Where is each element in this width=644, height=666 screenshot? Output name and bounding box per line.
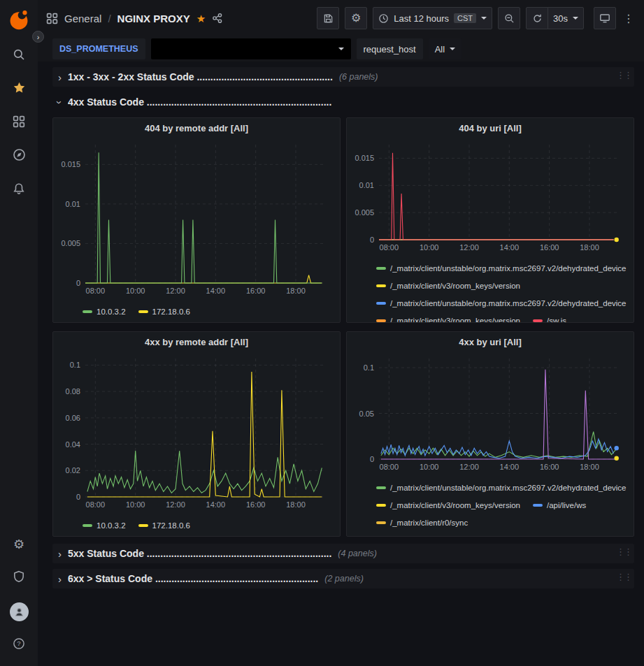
svg-text:0.02: 0.02 bbox=[66, 466, 80, 475]
svg-text:12:00: 12:00 bbox=[459, 463, 479, 471]
svg-text:0.1: 0.1 bbox=[70, 361, 80, 369]
request-host-variable-select[interactable]: All bbox=[429, 38, 461, 59]
legend-swatch-icon bbox=[83, 524, 92, 527]
svg-text:0: 0 bbox=[76, 279, 80, 287]
dashboard-canvas: › 1xx - 3xx - 2xx Status Code ..........… bbox=[38, 61, 644, 666]
more-options-button[interactable]: ⋮ bbox=[622, 7, 636, 29]
legend-row: /_matrix/client/v3/room_keys/version/api… bbox=[376, 496, 631, 514]
legend-row: 10.0.3.2172.18.0.6 bbox=[83, 516, 337, 534]
row-header-6xx[interactable]: › 6xx > Status Code ....................… bbox=[52, 569, 634, 588]
sidebar-item-profile[interactable] bbox=[0, 595, 38, 628]
grafana-logo[interactable] bbox=[0, 0, 38, 39]
panel-title[interactable]: 4xx by remote addr [All] bbox=[53, 332, 340, 352]
sidebar-item-alerting[interactable] bbox=[0, 173, 38, 207]
zoom-out-button[interactable] bbox=[498, 7, 520, 29]
svg-text:0.04: 0.04 bbox=[66, 440, 80, 449]
legend-item[interactable]: 10.0.3.2 bbox=[83, 307, 126, 316]
sidebar-item-server-admin[interactable] bbox=[0, 561, 38, 595]
svg-text:0.015: 0.015 bbox=[355, 154, 374, 162]
refresh-interval-label: 30s bbox=[553, 13, 568, 24]
row-title: 4xx Status Code ........................… bbox=[68, 96, 331, 108]
refresh-button[interactable] bbox=[526, 7, 548, 29]
row-title: 1xx - 3xx - 2xx Status Code ............… bbox=[68, 71, 333, 82]
help-icon: ? bbox=[13, 637, 25, 653]
gear-icon: ⚙ bbox=[13, 538, 24, 551]
svg-text:16:00: 16:00 bbox=[540, 243, 559, 252]
legend-item[interactable]: /_matrix/client/unstable/org.matrix.msc2… bbox=[376, 264, 627, 273]
dashboard-settings-button[interactable]: ⚙ bbox=[345, 7, 367, 29]
sidebar-item-explore[interactable] bbox=[0, 140, 38, 173]
sidebar-item-configuration[interactable]: ⚙ bbox=[0, 528, 38, 561]
sidebar-item-dashboards[interactable] bbox=[0, 106, 38, 140]
svg-text:12:00: 12:00 bbox=[166, 287, 185, 295]
svg-text:10:00: 10:00 bbox=[126, 287, 145, 295]
row-header-1xx-3xx-2xx[interactable]: › 1xx - 3xx - 2xx Status Code ..........… bbox=[52, 67, 634, 87]
legend-row: /_matrix/client/v3/room_keys/version bbox=[376, 277, 631, 294]
favorite-star-icon[interactable]: ★ bbox=[196, 13, 206, 24]
chart-canvas[interactable]: 00.0050.010.01508:0010:0012:0014:0016:00… bbox=[348, 138, 634, 258]
time-range-picker[interactable]: Last 12 hours CST bbox=[373, 7, 492, 29]
chevron-down-icon bbox=[450, 48, 455, 50]
sidebar-expand-button[interactable]: › bbox=[32, 31, 44, 43]
legend-item[interactable]: 172.18.0.6 bbox=[138, 521, 190, 530]
dashboard-title[interactable]: NGINX PROXY bbox=[117, 13, 190, 24]
sidebar-item-help[interactable]: ? bbox=[0, 628, 38, 662]
svg-text:0: 0 bbox=[370, 236, 374, 244]
legend-item[interactable]: 10.0.3.2 bbox=[83, 521, 126, 530]
panel-grid: 404 by remote addr [All] 00.0050.010.015… bbox=[52, 117, 634, 537]
legend-label: /_matrix/client/unstable/org.matrix.msc2… bbox=[390, 299, 627, 307]
legend-row: 10.0.3.2172.18.0.6 bbox=[83, 303, 337, 320]
top-navbar: General / NGINX PROXY ★ ⚙ Last 12 hours bbox=[38, 0, 644, 36]
tv-mode-button[interactable] bbox=[594, 7, 616, 29]
sidebar-item-starred[interactable] bbox=[0, 73, 38, 106]
row-drag-handle-icon[interactable]: ⋮⋮ bbox=[616, 572, 631, 582]
sidebar-item-search[interactable] bbox=[0, 39, 38, 73]
legend-item[interactable]: /api/live/ws bbox=[533, 501, 586, 509]
svg-text:10:00: 10:00 bbox=[420, 463, 439, 471]
panel-legend: 10.0.3.2172.18.0.6 bbox=[53, 301, 340, 322]
panel-title[interactable]: 404 by remote addr [All] bbox=[53, 118, 340, 138]
legend-swatch-icon bbox=[533, 319, 543, 322]
svg-text:10:00: 10:00 bbox=[126, 500, 145, 509]
svg-text:08:00: 08:00 bbox=[86, 500, 106, 509]
share-icon[interactable] bbox=[212, 13, 223, 24]
legend-row: /_matrix/client/r0/sync bbox=[376, 514, 631, 531]
chart-canvas[interactable]: 00.0050.010.01508:0010:0012:0014:0016:00… bbox=[55, 138, 340, 301]
panel-404-by-uri: 404 by uri [All] 00.0050.010.01508:0010:… bbox=[346, 117, 634, 323]
apps-grid-icon bbox=[46, 13, 58, 24]
request-host-variable-label[interactable]: request_host bbox=[357, 38, 423, 59]
legend-item[interactable]: 172.18.0.6 bbox=[138, 307, 190, 316]
legend-item[interactable]: /sw.js bbox=[533, 317, 566, 323]
chart-canvas[interactable]: 00.050.108:0010:0012:0014:0016:0018:00 bbox=[348, 352, 634, 477]
legend-item[interactable]: /_matrix/client/v3/room_keys/version bbox=[376, 317, 520, 323]
chart-canvas[interactable]: 00.020.040.060.080.108:0010:0012:0014:00… bbox=[55, 352, 340, 515]
svg-text:18:00: 18:00 bbox=[286, 500, 306, 509]
shield-icon bbox=[13, 570, 25, 586]
legend-label: /_matrix/client/v3/room_keys/version bbox=[390, 317, 520, 323]
legend-item[interactable]: /_matrix/client/unstable/org.matrix.msc2… bbox=[376, 484, 627, 492]
refresh-icon bbox=[532, 13, 543, 24]
panel-title[interactable]: 404 by uri [All] bbox=[347, 118, 634, 138]
legend-swatch-icon bbox=[376, 284, 386, 287]
datasource-variable-label[interactable]: DS_PROMETHEUS bbox=[52, 38, 145, 59]
row-header-4xx[interactable]: › 4xx Status Code ......................… bbox=[52, 92, 634, 112]
datasource-variable-select[interactable] bbox=[151, 38, 351, 59]
row-header-5xx[interactable]: › 5xx Status Code ......................… bbox=[52, 544, 634, 563]
legend-swatch-icon bbox=[376, 267, 386, 270]
legend-label: 172.18.0.6 bbox=[152, 307, 190, 316]
save-dashboard-button[interactable] bbox=[317, 7, 339, 29]
refresh-interval-dropdown[interactable]: 30s bbox=[548, 7, 584, 29]
row-drag-handle-icon[interactable]: ⋮⋮ bbox=[616, 546, 631, 557]
legend-swatch-icon bbox=[376, 521, 386, 524]
panel-title[interactable]: 4xx by uri [All] bbox=[347, 332, 634, 352]
legend-item[interactable]: /_matrix/client/unstable/org.matrix.msc2… bbox=[376, 536, 627, 537]
legend-item[interactable]: /_matrix/client/v3/room_keys/version bbox=[376, 282, 520, 290]
legend-item[interactable]: /_matrix/client/unstable/org.matrix.msc2… bbox=[376, 299, 627, 307]
breadcrumb-section[interactable]: General bbox=[64, 13, 101, 24]
legend-item[interactable]: /_matrix/client/r0/sync bbox=[376, 519, 468, 527]
svg-text:12:00: 12:00 bbox=[166, 500, 185, 509]
legend-item[interactable]: /_matrix/client/v3/room_keys/version bbox=[376, 501, 520, 509]
legend-swatch-icon bbox=[138, 524, 148, 527]
avatar bbox=[10, 602, 29, 621]
row-drag-handle-icon[interactable]: ⋮⋮ bbox=[616, 70, 631, 80]
